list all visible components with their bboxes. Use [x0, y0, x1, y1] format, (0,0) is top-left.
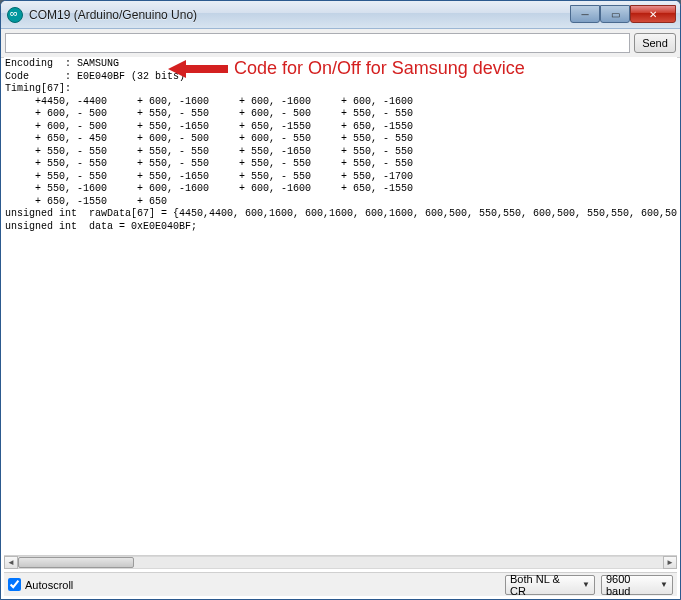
- footer-toolbar: Autoscroll Both NL & CR ▼ 9600 baud ▼: [4, 572, 677, 596]
- autoscroll-checkbox-input[interactable]: [8, 578, 21, 591]
- autoscroll-label: Autoscroll: [25, 579, 73, 591]
- minimize-button[interactable]: ─: [570, 5, 600, 23]
- scroll-thumb[interactable]: [18, 557, 134, 568]
- input-toolbar: Send: [1, 29, 680, 58]
- chevron-down-icon: ▼: [582, 580, 590, 589]
- arduino-icon: [7, 7, 23, 23]
- baud-value: 9600 baud: [606, 573, 654, 597]
- window-title: COM19 (Arduino/Genuino Uno): [29, 8, 570, 22]
- scroll-track[interactable]: [18, 556, 663, 569]
- line-ending-value: Both NL & CR: [510, 573, 576, 597]
- horizontal-scrollbar[interactable]: ◄ ►: [4, 555, 677, 569]
- window-frame: COM19 (Arduino/Genuino Uno) ─ ▭ ✕ Send E…: [0, 0, 681, 600]
- autoscroll-checkbox[interactable]: Autoscroll: [8, 578, 499, 591]
- baud-dropdown[interactable]: 9600 baud ▼: [601, 575, 673, 595]
- close-button[interactable]: ✕: [630, 5, 676, 23]
- scroll-right-arrow-icon[interactable]: ►: [663, 556, 677, 569]
- window-buttons: ─ ▭ ✕: [570, 6, 676, 23]
- titlebar[interactable]: COM19 (Arduino/Genuino Uno) ─ ▭ ✕: [1, 1, 680, 29]
- serial-output[interactable]: Encoding : SAMSUNG Code : E0E040BF (32 b…: [4, 57, 677, 555]
- chevron-down-icon: ▼: [660, 580, 668, 589]
- send-button[interactable]: Send: [634, 33, 676, 53]
- content-area: Encoding : SAMSUNG Code : E0E040BF (32 b…: [4, 57, 677, 569]
- scroll-left-arrow-icon[interactable]: ◄: [4, 556, 18, 569]
- maximize-button[interactable]: ▭: [600, 5, 630, 23]
- serial-input[interactable]: [5, 33, 630, 53]
- line-ending-dropdown[interactable]: Both NL & CR ▼: [505, 575, 595, 595]
